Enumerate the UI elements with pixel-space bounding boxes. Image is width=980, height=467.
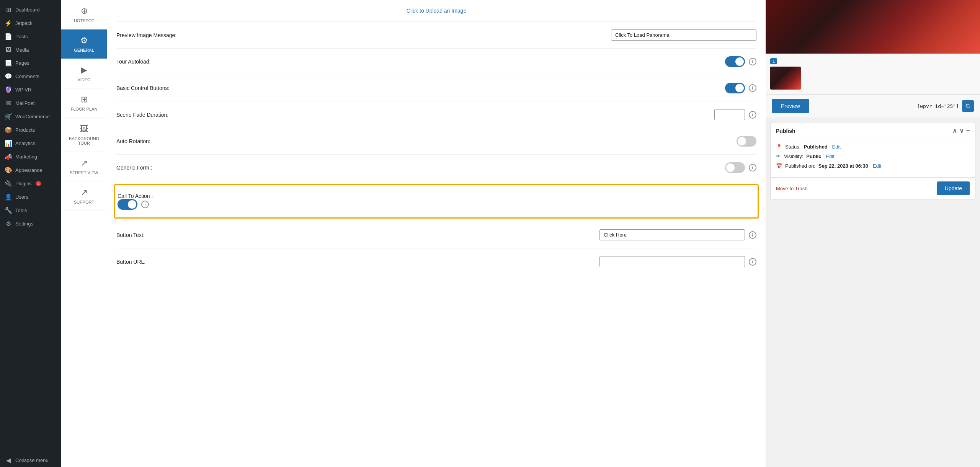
support-icon: ↗ [81, 188, 88, 198]
panel-nav-hotspot[interactable]: ⊕ HOTSPOT [61, 0, 107, 29]
publish-status-row: 📍 Status: Published Edit [776, 144, 970, 150]
scene-fade-duration-label: Scene Fade Duration: [116, 112, 168, 118]
main-content: Click to Upload an Image Preview Image M… [107, 0, 980, 467]
button-text-row: Button Text: i [116, 222, 756, 248]
status-icon: 📍 [776, 144, 782, 150]
thumbnail-image [770, 67, 801, 90]
preview-image-message-label: Preview Image Message: [116, 32, 176, 38]
auto-rotation-toggle[interactable] [737, 136, 756, 147]
users-icon: 👤 [5, 193, 12, 201]
sidebar-item-settings[interactable]: ⚙ Settings [0, 217, 61, 230]
panel-nav-street-view[interactable]: ↗ STREET VIEW [61, 152, 107, 181]
call-to-action-toggle[interactable] [118, 199, 137, 210]
products-icon: 📦 [5, 126, 12, 134]
panorama-placeholder [766, 0, 980, 54]
sidebar-item-plugins[interactable]: 🔌 Plugins 5 [0, 177, 61, 190]
shortcode-row: [wpvr id="25"] ⧉ [917, 100, 974, 112]
generic-form-info[interactable]: i [749, 164, 756, 171]
call-to-action-slider [118, 199, 137, 210]
sidebar-item-marketing[interactable]: 📣 Marketing [0, 150, 61, 163]
tour-autoload-label: Tour Autoload: [116, 59, 151, 65]
tour-autoload-toggle[interactable] [725, 56, 745, 67]
basic-control-buttons-control: i [725, 83, 756, 93]
panel-nav-support[interactable]: ↗ SUPPORT [61, 181, 107, 211]
visibility-edit-link[interactable]: Edit [826, 153, 834, 159]
sidebar: ⊞ Dashboard ⚡ Jetpack 📄 Posts 🖼 Media 📃 … [0, 0, 61, 467]
sidebar-item-posts[interactable]: 📄 Posts [0, 30, 61, 43]
button-text-info[interactable]: i [749, 231, 756, 239]
sidebar-item-woocommerce[interactable]: 🛒 WooCommerce [0, 110, 61, 123]
woocommerce-icon: 🛒 [5, 113, 12, 120]
button-url-input[interactable] [599, 256, 745, 267]
sidebar-item-tools[interactable]: 🔧 Tools [0, 204, 61, 217]
generic-form-toggle[interactable] [725, 162, 745, 173]
visibility-icon: 👁 [776, 153, 781, 159]
chevron-down-icon[interactable]: ∨ [959, 127, 964, 134]
sidebar-item-media[interactable]: 🖼 Media [0, 43, 61, 56]
generic-form-label: Generic Form : [116, 165, 152, 171]
tour-autoload-info[interactable]: i [749, 58, 756, 65]
publish-footer: Move to Trash Update [771, 177, 975, 199]
preview-button-row: Preview [wpvr id="25"] ⧉ [766, 94, 980, 118]
published-on-edit-link[interactable]: Edit [873, 163, 881, 169]
general-icon: ⚙ [80, 36, 88, 46]
pages-icon: 📃 [5, 59, 12, 67]
button-url-info[interactable]: i [749, 258, 756, 266]
copy-shortcode-button[interactable]: ⧉ [962, 100, 974, 112]
sidebar-item-jetpack[interactable]: ⚡ Jetpack [0, 16, 61, 30]
panel-nav-floor-plan[interactable]: ⊞ FLOOR PLAN [61, 88, 107, 118]
scene-fade-duration-info[interactable]: i [749, 111, 756, 119]
tour-autoload-slider [725, 56, 745, 67]
panel-nav-background-tour[interactable]: 🖼 BACKGROUND TOUR [61, 118, 107, 152]
basic-control-buttons-info[interactable]: i [749, 84, 756, 92]
collapse-icon: ◀ [5, 457, 12, 464]
visibility-value: Public [806, 153, 821, 159]
button-text-input[interactable] [599, 229, 745, 240]
scene-fade-duration-input[interactable] [714, 109, 745, 120]
button-url-control: i [599, 256, 756, 267]
panel-nav-video[interactable]: ▶ VIDEO [61, 59, 107, 88]
floor-plan-icon: ⊞ [81, 95, 88, 105]
auto-rotation-control [737, 136, 756, 147]
status-label: Status: [785, 144, 800, 150]
published-on-value: Sep 22, 2023 at 06:30 [818, 163, 868, 169]
sidebar-item-dashboard[interactable]: ⊞ Dashboard [0, 3, 61, 16]
sidebar-item-appearance[interactable]: 🎨 Appearance [0, 163, 61, 177]
sidebar-item-users[interactable]: 👤 Users [0, 190, 61, 204]
sidebar-item-mailpoet[interactable]: ✉ MailPoet [0, 96, 61, 110]
call-to-action-info[interactable]: i [141, 201, 149, 208]
basic-control-buttons-toggle[interactable] [725, 83, 745, 93]
collapse-menu-button[interactable]: ◀ Collapse menu [0, 455, 61, 467]
preview-image-message-input[interactable] [611, 29, 756, 41]
chevron-up-icon[interactable]: ∧ [952, 127, 957, 134]
update-button[interactable]: Update [937, 181, 970, 195]
call-to-action-label: Call To Action : [118, 193, 153, 199]
collapse-publish-icon[interactable]: − [966, 127, 970, 134]
upload-image-link[interactable]: Click to Upload an Image [407, 8, 466, 14]
sidebar-item-comments[interactable]: 💬 Comments [0, 70, 61, 83]
marketing-icon: 📣 [5, 153, 12, 160]
publish-header-controls: ∧ ∨ − [952, 127, 970, 134]
preview-button[interactable]: Preview [772, 99, 809, 113]
sidebar-item-pages[interactable]: 📃 Pages [0, 56, 61, 70]
panel-nav-general[interactable]: ⚙ GENERAL [61, 29, 107, 59]
form-area: Click to Upload an Image Preview Image M… [107, 0, 766, 467]
sidebar-item-analytics[interactable]: 📊 Analytics [0, 137, 61, 150]
basic-control-buttons-label: Basic Control Buttons: [116, 85, 170, 91]
calendar-icon: 📅 [776, 163, 782, 169]
thumbnail-badge: 1 [770, 58, 777, 64]
sidebar-item-products[interactable]: 📦 Products [0, 123, 61, 137]
street-view-icon: ↗ [81, 158, 88, 168]
tour-autoload-control: i [725, 56, 756, 67]
publish-header: Publish ∧ ∨ − [771, 122, 975, 139]
status-edit-link[interactable]: Edit [832, 144, 841, 150]
call-to-action-control: i [118, 199, 755, 210]
basic-control-buttons-slider [725, 83, 745, 93]
sidebar-item-wpvr[interactable]: 🔮 WP VR [0, 83, 61, 96]
auto-rotation-row: Auto Rotation: [116, 128, 756, 155]
wpvr-icon: 🔮 [5, 86, 12, 93]
generic-form-slider [725, 162, 745, 173]
publish-title: Publish [776, 128, 795, 134]
thumbnail-section: 1 [766, 54, 980, 94]
move-to-trash-link[interactable]: Move to Trash [776, 186, 807, 191]
